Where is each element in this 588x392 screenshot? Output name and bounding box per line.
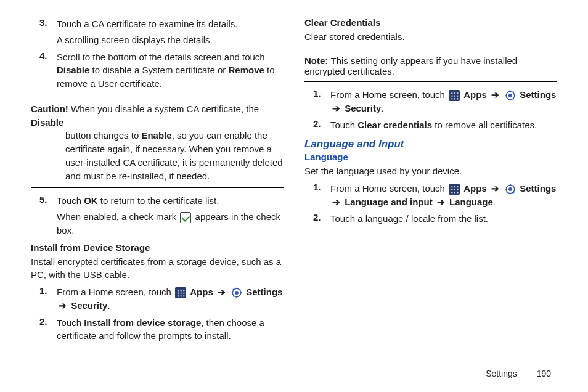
svg-line-9 bbox=[240, 289, 241, 290]
right-column: Clear Credentials Clear stored credentia… bbox=[304, 17, 557, 346]
apps-icon bbox=[175, 287, 186, 298]
bold-clear-credentials: Clear credentials bbox=[357, 120, 432, 130]
step-3: 3. Touch a CA certificate to examine its… bbox=[31, 17, 284, 47]
svg-line-16 bbox=[507, 92, 508, 93]
path-security: Security bbox=[345, 103, 381, 113]
arrow-icon: ➔ bbox=[330, 103, 342, 113]
step-text: From a Home screen, touch bbox=[330, 183, 447, 194]
install-step-2: 2. Touch Install from device storage, th… bbox=[31, 316, 284, 343]
path-lang-input: Language and input bbox=[345, 197, 433, 207]
step-text: Scroll to the bottom of the details scre… bbox=[57, 52, 265, 62]
step-number: 1. bbox=[39, 285, 57, 312]
step-5: 5. Touch OK to return to the certificate… bbox=[31, 194, 284, 237]
note-text: This setting only appears if you have in… bbox=[304, 55, 517, 76]
step-text: Touch bbox=[57, 317, 84, 328]
divider bbox=[31, 187, 284, 188]
step-4: 4. Scroll to the bottom of the details s… bbox=[31, 51, 284, 91]
footer-page: 190 bbox=[537, 369, 551, 378]
section-language-input: Language and Input bbox=[304, 138, 557, 150]
apps-label: Apps bbox=[463, 89, 487, 100]
step-number: 4. bbox=[39, 51, 57, 91]
step-number: 1. bbox=[313, 88, 330, 115]
clear-para: Clear stored credentials. bbox=[304, 30, 557, 44]
bold-enable: Enable bbox=[141, 130, 171, 141]
language-para: Set the language used by your device. bbox=[304, 165, 557, 178]
step-number: 2. bbox=[313, 212, 330, 226]
svg-line-6 bbox=[233, 289, 234, 290]
settings-icon bbox=[231, 287, 242, 298]
settings-label: Settings bbox=[520, 183, 556, 194]
svg-point-21 bbox=[508, 187, 512, 191]
caution-text: button changes to bbox=[65, 130, 141, 141]
bold-disable: Disable bbox=[31, 117, 63, 128]
step-number: 2. bbox=[313, 118, 330, 132]
apps-label: Apps bbox=[190, 287, 213, 297]
bold-remove: Remove bbox=[228, 65, 264, 75]
footer-section: Settings bbox=[486, 369, 517, 378]
step-text: Touch bbox=[330, 120, 357, 130]
checkmark-icon bbox=[180, 212, 191, 223]
caution-text: When you disable a system CA certificate… bbox=[71, 104, 259, 114]
svg-line-18 bbox=[507, 98, 508, 99]
note-label: Note: bbox=[304, 55, 331, 66]
caution-label: Caution! bbox=[31, 104, 71, 114]
install-heading: Install from Device Storage bbox=[31, 242, 284, 253]
note-block: Note: This setting only appears if you h… bbox=[304, 55, 557, 76]
clear-step-1: 1. From a Home screen, touch Apps ➔ Sett… bbox=[304, 88, 557, 115]
install-para: Install encrypted certificates from a st… bbox=[31, 255, 284, 282]
install-step-1: 1. From a Home screen, touch Apps ➔ Sett… bbox=[31, 285, 284, 312]
bold-ok: OK bbox=[84, 195, 98, 206]
apps-label: Apps bbox=[463, 183, 487, 194]
settings-icon bbox=[505, 184, 516, 195]
lang-step-1: 1. From a Home screen, touch Apps ➔ Sett… bbox=[304, 182, 557, 209]
arrow-icon: ➔ bbox=[489, 183, 501, 194]
path-security: Security bbox=[71, 300, 107, 311]
step-number: 3. bbox=[39, 17, 57, 47]
arrow-icon: ➔ bbox=[435, 197, 447, 207]
svg-line-8 bbox=[233, 296, 234, 297]
step-text: Touch a language / locale from the list. bbox=[330, 213, 488, 224]
svg-line-7 bbox=[240, 296, 241, 297]
svg-line-17 bbox=[513, 98, 515, 99]
arrow-icon: ➔ bbox=[489, 89, 501, 100]
clear-heading: Clear Credentials bbox=[304, 17, 557, 28]
caution-block: Caution! When you disable a system CA ce… bbox=[31, 102, 284, 183]
settings-label: Settings bbox=[246, 287, 282, 297]
arrow-icon: ➔ bbox=[216, 287, 227, 297]
step-number: 1. bbox=[313, 182, 330, 209]
step-text: Touch bbox=[57, 195, 84, 206]
path-language: Language bbox=[449, 197, 493, 207]
step-text: Touch a CA certificate to examine its de… bbox=[57, 18, 237, 29]
step-subtext: A scrolling screen displays the details. bbox=[57, 33, 284, 47]
svg-point-11 bbox=[508, 94, 512, 97]
svg-line-26 bbox=[507, 186, 508, 187]
lang-step-2: 2. Touch a language / locale from the li… bbox=[304, 212, 557, 226]
svg-line-28 bbox=[507, 192, 508, 193]
left-column: 3. Touch a CA certificate to examine its… bbox=[31, 17, 284, 346]
step-text: When enabled, a check mark bbox=[57, 211, 179, 222]
arrow-icon: ➔ bbox=[57, 300, 68, 311]
bold-disable: Disable bbox=[57, 65, 89, 75]
arrow-icon: ➔ bbox=[330, 197, 342, 207]
settings-icon bbox=[505, 90, 516, 101]
step-text: to disable a System certificate or bbox=[89, 65, 228, 75]
step-text: to return to the certificate list. bbox=[98, 195, 219, 206]
apps-icon bbox=[449, 184, 460, 195]
svg-line-19 bbox=[513, 92, 515, 93]
svg-line-27 bbox=[513, 192, 515, 193]
subsection-language: Language bbox=[304, 152, 557, 162]
page-footer: Settings 190 bbox=[486, 369, 551, 378]
step-text: From a Home screen, touch bbox=[330, 89, 447, 100]
step-number: 5. bbox=[39, 194, 57, 237]
svg-point-1 bbox=[235, 291, 239, 295]
step-number: 2. bbox=[39, 316, 57, 343]
step-text: to remove all certificates. bbox=[432, 120, 537, 130]
step-text: From a Home screen, touch bbox=[57, 287, 174, 297]
divider bbox=[304, 81, 557, 82]
divider bbox=[31, 96, 284, 96]
clear-step-2: 2. Touch Clear credentials to remove all… bbox=[304, 118, 557, 132]
bold-install-storage: Install from device storage bbox=[84, 317, 201, 328]
svg-line-29 bbox=[513, 186, 515, 187]
apps-icon bbox=[449, 90, 460, 101]
divider bbox=[304, 49, 557, 49]
